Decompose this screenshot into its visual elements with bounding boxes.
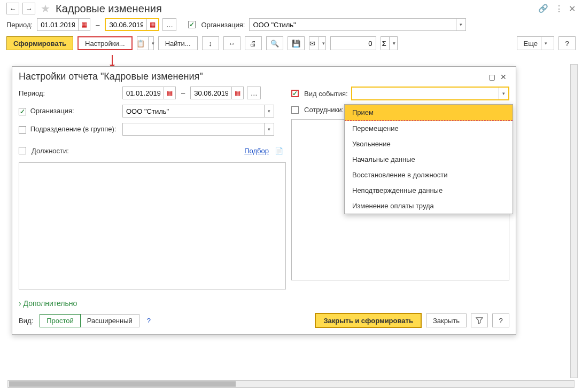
employees-checkbox[interactable] [291,106,299,114]
print-button[interactable]: 🖨 [245,36,262,50]
sum-button[interactable]: Σ▾ [381,36,398,50]
dropdown-option[interactable]: Восстановление в должности [345,167,513,183]
modal-org-label: Организация: [30,107,74,115]
positions-listbox[interactable] [19,162,286,289]
event-label: Вид события: [304,90,348,98]
modal-period-label: Период: [19,89,119,97]
view-help-icon[interactable]: ? [147,317,151,325]
close-and-generate-button[interactable]: Закрыть и сформировать [315,313,422,328]
period-picker-button[interactable]: … [162,18,176,31]
modal-org-label-wrap: Организация: [19,107,119,115]
scroll-thumb[interactable] [9,381,236,387]
modal-dept-combo[interactable]: ▾ [122,123,274,136]
pick-link[interactable]: Подбор [244,147,269,155]
modal-title: Настройки отчета "Кадровые изменения" [19,71,486,82]
modal-org-checkbox[interactable] [19,108,26,115]
modal-help-button[interactable]: ? [492,313,509,327]
event-type-field[interactable]: ▾ [351,87,509,100]
generate-button[interactable]: Сформировать [6,36,73,50]
find-button[interactable]: Найти... [158,36,198,50]
copy-icon[interactable]: 📄 [272,144,286,157]
maximize-icon[interactable]: ▢ [486,72,498,82]
nav-forward-button[interactable]: → [22,3,35,14]
modal-date-to-field[interactable]: ▦ [190,87,244,99]
chevron-down-icon[interactable]: ▾ [264,123,274,135]
number-field[interactable] [330,36,376,50]
settings-button[interactable]: Настройки... [77,36,133,50]
annotation-arrow [112,55,113,66]
dropdown-option[interactable]: Перемещение [345,121,513,136]
modal-org-combo[interactable]: ▾ [122,105,274,117]
event-type-input[interactable] [352,88,499,99]
modal-dept-checkbox[interactable] [19,126,26,134]
modal-date-from-field[interactable]: ▦ [122,87,176,99]
calendar-icon[interactable]: ▦ [164,87,175,99]
employees-label: Сотрудники: [304,106,344,114]
nav-back-button[interactable]: ← [6,3,19,14]
close-icon[interactable]: ✕ [569,4,576,14]
org-input[interactable] [250,19,456,30]
date-from-field[interactable]: ▦ [37,18,90,31]
expand-button[interactable]: ↕ [202,36,219,50]
view-mode-segment: Простой Расширенный [40,314,139,327]
modal-date-to-input[interactable] [191,87,231,99]
mail-button[interactable]: ✉▾ [309,36,326,50]
event-checkbox[interactable] [291,90,299,97]
modal-date-from-input[interactable] [123,87,164,99]
more-label: Еще [524,40,538,48]
filter-icon [476,317,483,324]
more-button[interactable]: Еще▾ [517,36,554,50]
collapse-button[interactable]: ↔ [223,36,240,50]
close-modal-icon[interactable]: ✕ [498,72,509,82]
vertical-scrollbar[interactable] [570,64,578,378]
dropdown-option[interactable]: Изменение оплаты труда [345,198,513,214]
calendar-icon[interactable]: ▦ [146,19,158,30]
dropdown-option[interactable]: Начальные данные [345,152,513,167]
dropdown-option[interactable]: Неподтвержденные данные [345,183,513,198]
org-combo[interactable]: ▾ [249,18,466,31]
event-type-dropdown: Прием Перемещение Увольнение Начальные д… [344,104,513,214]
modal-org-input[interactable] [123,105,264,117]
org-label: Организация: [201,21,245,29]
chevron-down-icon[interactable]: ▾ [499,88,508,99]
period-label: Период: [6,21,33,29]
help-button[interactable]: ? [558,36,576,50]
additional-link[interactable]: Дополнительно [19,299,77,308]
modal-positions-label: Должности: [32,147,69,155]
paste-button[interactable]: 📋▾ [137,36,154,50]
preview-button[interactable]: 🔍 [266,36,283,50]
date-from-input[interactable] [37,19,78,30]
modal-period-picker-button[interactable]: … [247,87,261,99]
chevron-down-icon[interactable]: ▾ [456,19,465,30]
horizontal-scrollbar[interactable] [7,380,575,388]
close-button[interactable]: Закрыть [426,313,467,327]
calendar-icon[interactable]: ▦ [78,19,90,30]
dropdown-option[interactable]: Увольнение [345,136,513,152]
modal-dept-input[interactable] [123,123,264,135]
mode-simple-button[interactable]: Простой [40,314,81,327]
link-icon[interactable]: 🔗 [538,4,548,13]
save-button[interactable]: 💾 [288,36,305,50]
date-separator: – [96,21,99,29]
date-separator: – [181,89,185,97]
chevron-down-icon[interactable]: ▾ [264,105,274,117]
org-checkbox[interactable] [188,21,196,28]
kebab-menu-icon[interactable]: ⋮ [555,4,562,14]
date-to-input[interactable] [106,19,146,30]
modal-positions-checkbox[interactable] [19,147,26,154]
page-title: Кадровые изменения [56,3,535,15]
modal-dept-label: Подразделение (в группе): [30,125,117,133]
filter-button[interactable] [471,313,488,327]
dropdown-option[interactable]: Прием [345,105,513,121]
modal-dept-label-wrap: Подразделение (в группе): [19,125,119,134]
date-to-field[interactable]: ▦ [105,18,159,31]
calendar-icon[interactable]: ▦ [231,87,243,99]
favorite-star-icon[interactable]: ★ [41,2,50,15]
mode-advanced-button[interactable]: Расширенный [81,314,139,327]
view-label: Вид: [19,317,33,325]
